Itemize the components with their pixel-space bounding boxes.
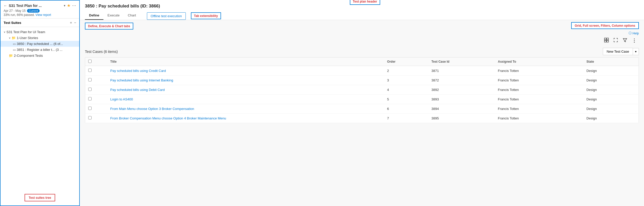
tree-item-3851[interactable]: ▭ 3851 : Register a biller t... (3 ... (1, 47, 79, 53)
row-checkbox-cell (85, 104, 107, 114)
test-case-link[interactable]: From Broker Compensation Menu choose Opt… (110, 116, 226, 120)
chevron-down-icon[interactable]: ▾ (64, 4, 65, 7)
select-all-header (85, 58, 107, 66)
tree-item-label: 1-User Stories (17, 36, 38, 40)
select-all-checkbox[interactable] (88, 60, 92, 63)
new-test-case-group: New Test Case ▾ (603, 48, 639, 55)
row-test-case-id: 3894 (428, 104, 495, 114)
help-circle-icon: ⓘ (629, 31, 632, 35)
row-test-case-id: 3871 (428, 66, 495, 76)
row-checkbox-3[interactable] (88, 97, 92, 100)
row-order: 3 (384, 76, 428, 85)
row-test-case-id: 3892 (428, 85, 495, 95)
row-checkbox-4[interactable] (88, 107, 92, 110)
new-test-case-dropdown-button[interactable]: ▾ (633, 48, 639, 55)
test-plan-header-annotation: Test plan header (350, 0, 380, 5)
chevron-down-icon: ▾ (635, 50, 637, 53)
row-order: 2 (384, 66, 428, 76)
row-title: Pay scheduled bills using Debit Card (107, 85, 384, 95)
suite-header: Test Suites + − (1, 18, 79, 27)
row-checkbox-1[interactable] (88, 78, 92, 81)
filter-icon (623, 38, 627, 43)
order-column-header: Order (384, 58, 428, 66)
section-header: Test Cases (6 items) New Test Case ▾ (85, 45, 639, 57)
table-row: From Main Menu choose Option 3 Broker Co… (85, 104, 639, 114)
grid-view-button[interactable] (602, 36, 611, 45)
more-columns-button[interactable]: ⋮ (630, 36, 639, 45)
svg-marker-4 (623, 39, 627, 42)
row-title: From Main Menu choose Option 3 Broker Co… (107, 104, 384, 114)
folder-icon: 📁 (9, 54, 13, 58)
row-checkbox-cell (85, 114, 107, 123)
test-cases-table: Title Order Test Case Id Assigned To Sta… (85, 57, 639, 123)
suite-icon: ▭ (13, 42, 16, 46)
tab-extensibility-annotation: Tab extensibility (191, 12, 221, 19)
row-checkbox-cell (85, 66, 107, 76)
view-report-link[interactable]: View report (36, 13, 51, 17)
svg-rect-1 (607, 38, 608, 40)
define-execute-chart-annotation: Define, Execute & Chart tabs (85, 23, 133, 30)
row-assigned-to: Francis Totten (495, 114, 583, 123)
row-order: 6 (384, 104, 428, 114)
test-suites-annotation: Test suites tree (24, 194, 55, 201)
row-assigned-to: Francis Totten (495, 85, 583, 95)
row-checkbox-2[interactable] (88, 88, 92, 91)
content-area: Test Cases (6 items) New Test Case ▾ Tit… (80, 45, 644, 206)
tab-offline-execution[interactable]: Offline test execution (147, 12, 186, 20)
sidebar-header: ← S31 Test Plan for ... ▾ ★ ⋯ Apr 27 - M… (1, 1, 79, 18)
row-order: 7 (384, 114, 428, 123)
main-header: Test plan header 3850 : Pay scheduled bi… (80, 0, 644, 20)
table-row: From Broker Compensation Menu choose Opt… (85, 114, 639, 123)
row-state: Design (583, 104, 639, 114)
test-case-link[interactable]: Pay scheduled bills using Internet Banki… (110, 78, 173, 82)
more-options-icon: ⋮ (632, 38, 637, 43)
table-row: Pay scheduled bills using Credit Card 2 … (85, 66, 639, 76)
test-case-link[interactable]: Login to AS400 (110, 97, 133, 101)
help-link[interactable]: ⓘ Help (629, 31, 639, 35)
row-checkbox-0[interactable] (88, 69, 92, 72)
tab-define[interactable]: Define (85, 11, 103, 20)
state-column-header: State (583, 58, 639, 66)
tree-item-user-stories[interactable]: ∨ 📁 1-User Stories (1, 35, 79, 41)
row-title: Pay scheduled bills using Internet Banki… (107, 76, 384, 85)
collapse-suite-button[interactable]: − (74, 21, 76, 25)
tree-item-3850[interactable]: ▭ 3850 : Pay scheduled ... (6 of... (1, 41, 79, 47)
star-icon[interactable]: ★ (67, 3, 70, 8)
tab-execute[interactable]: Execute (103, 11, 124, 20)
expand-icon (613, 38, 618, 43)
current-badge: Current (27, 9, 40, 13)
filter-button[interactable] (621, 36, 629, 45)
row-state: Design (583, 95, 639, 104)
table-row: Pay scheduled bills using Debit Card 4 3… (85, 85, 639, 95)
test-case-link[interactable]: Pay scheduled bills using Debit Card (110, 88, 165, 92)
test-case-link[interactable]: From Main Menu choose Option 3 Broker Co… (110, 107, 194, 111)
row-order: 4 (384, 85, 428, 95)
suite-header-label: Test Suites (4, 21, 21, 25)
tree-item-component-tests[interactable]: 📁 2-Component Tests (1, 53, 79, 59)
new-test-case-button[interactable]: New Test Case (603, 48, 633, 55)
tab-chart[interactable]: Chart (124, 11, 140, 20)
tree-item-label: 2-Component Tests (14, 54, 43, 58)
row-checkbox-5[interactable] (88, 116, 92, 119)
svg-rect-2 (604, 40, 606, 42)
row-state: Design (583, 76, 639, 85)
grid-icon (604, 38, 609, 43)
row-state: Design (583, 66, 639, 76)
row-checkbox-cell (85, 95, 107, 104)
assigned-to-column-header: Assigned To (495, 58, 583, 66)
back-icon[interactable]: ← (4, 4, 7, 8)
more-options-icon[interactable]: ⋯ (72, 3, 76, 8)
tree-chevron-icon: ∨ (9, 36, 11, 39)
row-assigned-to: Francis Totten (495, 66, 583, 76)
plan-dates: Apr 27 - May 15 (4, 9, 25, 13)
title-column-header: Title (107, 58, 384, 66)
fullscreen-button[interactable] (611, 36, 620, 45)
test-case-link[interactable]: Pay scheduled bills using Credit Card (110, 69, 166, 73)
add-suite-button[interactable]: + (70, 21, 72, 25)
row-checkbox-cell (85, 76, 107, 85)
tree-item-root[interactable]: ∨ S31 Test Plan for UI Team (1, 29, 79, 35)
folder-icon: 📁 (12, 36, 16, 40)
tabs-row: Define Execute Chart Offline test execut… (85, 11, 639, 20)
test-suites-tree: ∨ S31 Test Plan for UI Team ∨ 📁 1-User S… (1, 27, 79, 205)
table-row: Pay scheduled bills using Internet Banki… (85, 76, 639, 85)
